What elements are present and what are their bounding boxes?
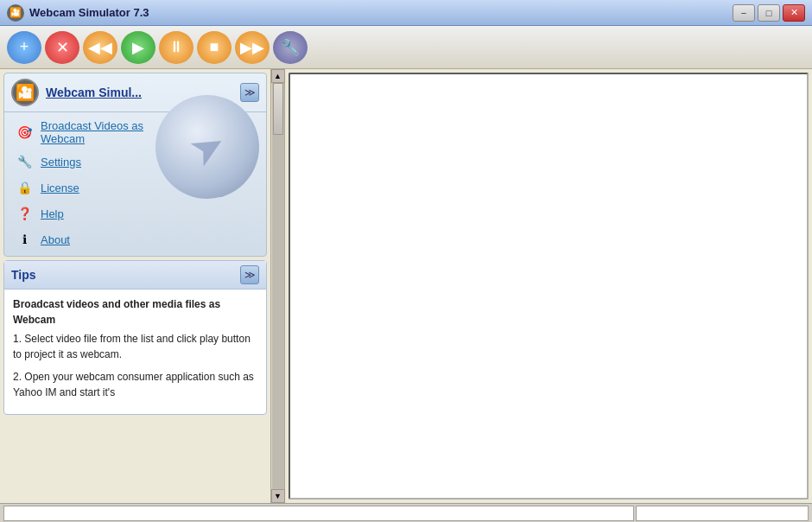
settings-icon: 🔧 <box>15 152 34 171</box>
sidebar-scrollbar: ▲ ▼ <box>270 69 284 503</box>
remove-button[interactable]: ✕ <box>45 31 79 64</box>
preview-area <box>285 69 812 503</box>
settings-label: Settings <box>41 156 81 169</box>
tips-body: Broadcast videos and other media files a… <box>4 290 266 414</box>
help-label: Help <box>41 207 64 220</box>
title-bar: 🎦 Webcam Simulator 7.3 − □ ✕ <box>0 0 812 26</box>
scroll-down-arrow[interactable]: ▼ <box>271 489 285 503</box>
help-icon: ❓ <box>15 204 34 223</box>
minimize-button[interactable]: − <box>733 4 755 22</box>
nav-items: ➤ 🎯 Broadcast Videos asWebcam 🔧 Settings… <box>4 112 266 256</box>
tips-header: Tips ≫ <box>4 261 266 290</box>
sidebar: 🎦 Webcam Simul... ≫ ➤ 🎯 Broadcast Videos… <box>0 69 270 503</box>
webcam-arrow-icon: ➤ <box>181 118 235 176</box>
scroll-track[interactable] <box>272 83 284 489</box>
play-button[interactable]: ▶ <box>121 31 155 64</box>
broadcast-label: Broadcast Videos asWebcam <box>41 119 143 145</box>
video-frame <box>289 73 809 500</box>
close-button[interactable]: ✕ <box>783 4 805 22</box>
tips-collapse-button[interactable]: ≫ <box>240 265 259 284</box>
window-controls: − □ ✕ <box>733 4 805 22</box>
settings-button[interactable]: 🔧 <box>273 31 308 64</box>
license-icon: 🔒 <box>15 178 34 197</box>
app-section-collapse-button[interactable]: ≫ <box>240 83 259 102</box>
about-icon: ℹ <box>15 230 34 249</box>
toolbar: + ✕ ◀◀ ▶ ⏸ ■ ▶▶ 🔧 <box>0 26 812 69</box>
scroll-thumb[interactable] <box>273 83 283 135</box>
tips-para-1: 1. Select video file from the list and c… <box>13 331 257 362</box>
maximize-button[interactable]: □ <box>758 4 780 22</box>
fastforward-button[interactable]: ▶▶ <box>235 31 270 64</box>
broadcast-icon: 🎯 <box>15 123 34 142</box>
tips-section: Tips ≫ Broadcast videos and other media … <box>3 260 267 415</box>
tips-heading: Broadcast videos and other media files a… <box>13 296 257 328</box>
app-section-icon: 🎦 <box>11 79 39 106</box>
app-section: 🎦 Webcam Simul... ≫ ➤ 🎯 Broadcast Videos… <box>3 73 267 257</box>
pause-button[interactable]: ⏸ <box>159 31 193 64</box>
content-area: 🎦 Webcam Simul... ≫ ➤ 🎯 Broadcast Videos… <box>0 69 812 503</box>
status-bar <box>0 503 812 522</box>
tips-para-2: 2. Open your webcam consumer application… <box>13 369 257 400</box>
webcam-preview: ➤ <box>155 95 259 199</box>
stop-button[interactable]: ■ <box>197 31 232 64</box>
sidebar-item-about[interactable]: ℹ About <box>11 228 259 251</box>
status-pane-2 <box>636 506 809 521</box>
license-label: License <box>41 181 79 194</box>
status-pane-1 <box>3 506 634 521</box>
add-button[interactable]: + <box>7 31 41 64</box>
app-body: + ✕ ◀◀ ▶ ⏸ ■ ▶▶ 🔧 🎦 Webcam Simul... ≫ <box>0 26 812 522</box>
about-label: About <box>41 233 70 246</box>
window-title: Webcam Simulator 7.3 <box>29 6 733 19</box>
rewind-button[interactable]: ◀◀ <box>83 31 117 64</box>
sidebar-item-help[interactable]: ❓ Help <box>11 202 259 225</box>
tips-title: Tips <box>11 268 36 282</box>
app-icon: 🎦 <box>7 4 24 22</box>
scroll-up-arrow[interactable]: ▲ <box>271 69 285 83</box>
